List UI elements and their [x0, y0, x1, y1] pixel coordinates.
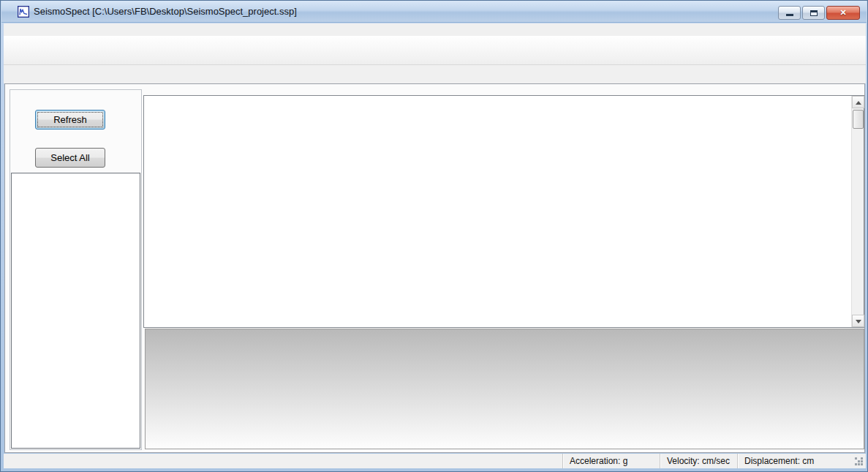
- menu-bar: [4, 23, 866, 36]
- minimize-button[interactable]: [778, 6, 801, 20]
- arrow-down-icon: [856, 320, 861, 323]
- maximize-icon: [810, 10, 818, 16]
- scroll-down-button[interactable]: [852, 315, 864, 327]
- minimize-icon: [786, 14, 793, 16]
- status-velocity-units: Velocity: cm/sec: [660, 454, 737, 468]
- scrollbar-thumb[interactable]: [853, 110, 864, 129]
- status-acceleration-units: Acceleration: g: [562, 454, 660, 468]
- refresh-button[interactable]: Refresh: [35, 110, 105, 130]
- parameters-table: [143, 95, 864, 328]
- title-bar[interactable]: SeismoSpect [C:\Users\FB\Desktop\SeismoS…: [1, 1, 867, 23]
- toolbar: [4, 36, 866, 65]
- application-window: SeismoSpect [C:\Users\FB\Desktop\SeismoS…: [0, 0, 868, 472]
- tab-strip: [4, 65, 866, 83]
- accelerogram-panel: Refresh Select All: [10, 89, 142, 450]
- app-icon: [18, 6, 29, 18]
- max-acceleration-chart: [145, 329, 864, 449]
- close-button[interactable]: ✕: [826, 6, 860, 20]
- arrow-up-icon: [856, 101, 861, 105]
- status-displacement-units: Displacement: cm: [737, 454, 866, 468]
- select-all-button[interactable]: Select All: [35, 148, 105, 168]
- scroll-up-button[interactable]: [852, 96, 864, 108]
- resize-grip-icon[interactable]: [855, 457, 864, 466]
- vertical-scrollbar[interactable]: [851, 96, 864, 327]
- accelerogram-file-list: [11, 173, 140, 449]
- window-title: SeismoSpect [C:\Users\FB\Desktop\SeismoS…: [34, 6, 297, 17]
- tab-page-ground-motion-parameters: Refresh Select All: [4, 83, 865, 453]
- status-bar: Acceleration: g Velocity: cm/sec Displac…: [4, 454, 866, 468]
- maximize-button[interactable]: [802, 6, 825, 20]
- close-icon: ✕: [827, 8, 859, 18]
